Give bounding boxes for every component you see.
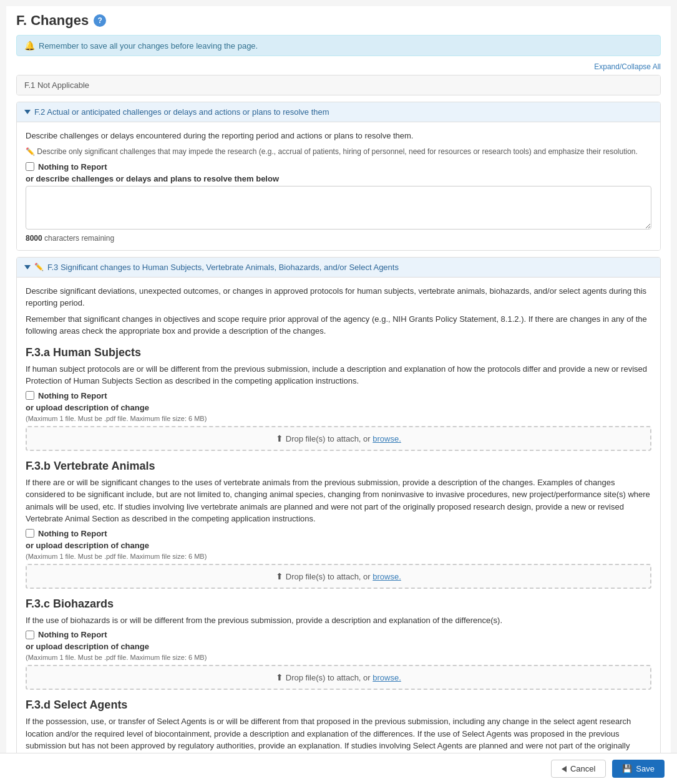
f3c-or-upload-label: or upload description of change xyxy=(26,642,651,651)
f3c-nothing-to-report-row: Nothing to Report xyxy=(26,630,651,639)
f3a-nothing-to-report-label[interactable]: Nothing to Report xyxy=(38,391,107,400)
f3b-drop-text: Drop file(s) to attach, or xyxy=(286,572,371,581)
f2-nothing-to-report-label[interactable]: Nothing to Report xyxy=(38,162,107,172)
f3b-file-info: (Maximum 1 file. Must be .pdf file. Maxi… xyxy=(26,553,651,560)
f3-header[interactable]: ✏️ F.3 Significant changes to Human Subj… xyxy=(17,258,660,278)
expand-collapse-link[interactable]: Expand/Collapse All xyxy=(16,62,661,71)
f3b-nothing-to-report-checkbox[interactable] xyxy=(26,529,34,538)
f3a-desc: If human subject protocols are or will b… xyxy=(26,363,651,387)
footer-buttons: Cancel 💾 Save xyxy=(0,753,677,784)
f3b-upload-icon: ⬆ xyxy=(276,571,283,581)
f3c-title: F.3.c Biohazards xyxy=(26,598,651,611)
f2-char-count: 8000 characters remaining xyxy=(26,234,651,243)
f3a-drop-zone[interactable]: ⬆ Drop file(s) to attach, or browse. xyxy=(26,426,651,451)
f3c-drop-text: Drop file(s) to attach, or xyxy=(286,673,371,682)
save-label: Save xyxy=(636,764,655,773)
f3c-desc: If the use of biohazards is or will be d… xyxy=(26,614,651,627)
f2-panel: F.2 Actual or anticipated challenges or … xyxy=(16,102,661,251)
f3a-file-info: (Maximum 1 file. Must be .pdf file. Maxi… xyxy=(26,415,651,422)
f2-or-label: or describe challenges or delays and pla… xyxy=(26,174,651,183)
page-container: F. Changes ? 🔔 Remember to save all your… xyxy=(6,6,671,784)
cancel-label: Cancel xyxy=(570,764,595,773)
f2-nothing-to-report-checkbox[interactable] xyxy=(26,162,34,171)
f3a-nothing-to-report-row: Nothing to Report xyxy=(26,391,651,400)
f3b-nothing-to-report-row: Nothing to Report xyxy=(26,529,651,538)
f3a-title: F.3.a Human Subjects xyxy=(26,346,651,359)
f3b-title: F.3.b Vertebrate Animals xyxy=(26,460,651,473)
save-icon: 💾 xyxy=(622,764,632,773)
page-title-text: F. Changes xyxy=(16,12,89,29)
f3a-upload-icon: ⬆ xyxy=(276,433,283,443)
f3c-nothing-to-report-checkbox[interactable] xyxy=(26,631,34,639)
f2-nothing-to-report-row: Nothing to Report xyxy=(26,162,651,172)
f3c-nothing-to-report-label[interactable]: Nothing to Report xyxy=(38,630,107,639)
save-button[interactable]: 💾 Save xyxy=(612,760,665,778)
f3b-browse-link[interactable]: browse. xyxy=(373,572,401,581)
alert-banner: 🔔 Remember to save all your changes befo… xyxy=(16,35,661,56)
f1-panel: F.1 Not Applicable xyxy=(16,75,661,95)
f3a-or-upload-label: or upload description of change xyxy=(26,403,651,412)
f1-label: F.1 Not Applicable xyxy=(24,80,89,90)
f3c-drop-zone[interactable]: ⬆ Drop file(s) to attach, or browse. xyxy=(26,665,651,690)
f3b-desc: If there are or will be significant chan… xyxy=(26,477,651,525)
f3a-browse-link[interactable]: browse. xyxy=(373,434,401,443)
f3c-file-info: (Maximum 1 file. Must be .pdf file. Maxi… xyxy=(26,654,651,661)
f3c-upload-icon: ⬆ xyxy=(276,672,283,682)
f3b-drop-zone[interactable]: ⬆ Drop file(s) to attach, or browse. xyxy=(26,564,651,589)
f3b-or-upload-label: or upload description of change xyxy=(26,541,651,550)
f2-header[interactable]: F.2 Actual or anticipated challenges or … xyxy=(17,102,660,122)
f3-label: F.3 Significant changes to Human Subject… xyxy=(47,263,399,272)
f3a-drop-text: Drop file(s) to attach, or xyxy=(286,434,371,443)
alert-text: Remember to save all your changes before… xyxy=(39,41,258,51)
f2-textarea[interactable] xyxy=(26,186,651,230)
f3-panel: ✏️ F.3 Significant changes to Human Subj… xyxy=(16,257,661,785)
f3a-nothing-to-report-checkbox[interactable] xyxy=(26,391,34,400)
page-title: F. Changes ? xyxy=(16,12,661,29)
f2-body: Describe challenges or delays encountere… xyxy=(17,122,660,250)
pencil-icon: ✏️ xyxy=(26,147,35,156)
f2-label: F.2 Actual or anticipated challenges or … xyxy=(34,107,329,117)
f3c-browse-link[interactable]: browse. xyxy=(373,673,401,682)
f3-chevron-icon xyxy=(24,265,31,269)
f1-header[interactable]: F.1 Not Applicable xyxy=(17,75,660,95)
bell-icon: 🔔 xyxy=(24,41,35,51)
cancel-button[interactable]: Cancel xyxy=(551,760,606,778)
f3b-nothing-to-report-label[interactable]: Nothing to Report xyxy=(38,529,107,538)
f3-body: Describe significant deviations, unexpec… xyxy=(17,278,660,785)
f2-desc: Describe challenges or delays encountere… xyxy=(26,130,651,142)
f2-chevron-icon xyxy=(24,110,31,114)
f3-desc2: Remember that significant changes in obj… xyxy=(26,313,651,337)
f3d-title: F.3.d Select Agents xyxy=(26,699,651,712)
f2-note: ✏️ Describe only significant challenges … xyxy=(26,146,651,157)
help-icon[interactable]: ? xyxy=(94,14,106,27)
f3-pencil-icon: ✏️ xyxy=(34,263,44,271)
arrow-left-icon xyxy=(562,766,567,772)
f3-desc1: Describe significant deviations, unexpec… xyxy=(26,285,651,309)
